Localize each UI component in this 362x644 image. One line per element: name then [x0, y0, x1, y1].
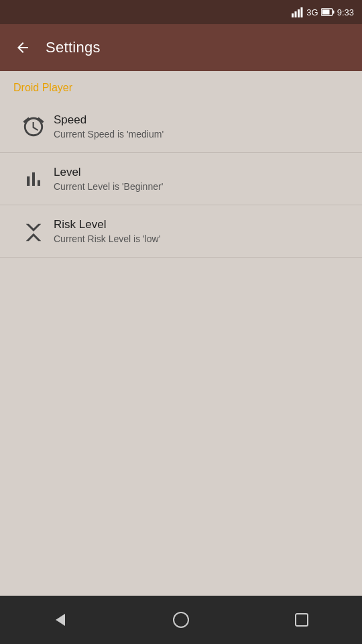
nav-home-button[interactable]: [161, 600, 201, 640]
svg-marker-7: [56, 614, 65, 626]
risk-level-value: Current Risk Level is 'low': [54, 233, 349, 244]
svg-rect-9: [296, 614, 308, 626]
level-text: Level Current Level is 'Beginner': [54, 166, 349, 192]
settings-item-level[interactable]: Level Current Level is 'Beginner': [0, 153, 362, 205]
svg-rect-1: [295, 11, 297, 17]
speed-label: Speed: [54, 113, 349, 127]
nav-back-icon: [52, 611, 69, 629]
risk-level-text: Risk Level Current Risk Level is 'low': [54, 218, 349, 244]
nav-bar: [0, 596, 362, 644]
svg-rect-5: [322, 10, 329, 15]
nav-home-icon: [172, 611, 190, 629]
nav-recent-icon: [294, 612, 309, 627]
svg-rect-2: [298, 9, 300, 17]
status-icons: 3G 9:33: [292, 7, 354, 17]
signal-icon: [292, 7, 304, 17]
settings-item-risk-level[interactable]: Risk Level Current Risk Level is 'low': [0, 205, 362, 258]
level-value: Current Level is 'Beginner': [54, 181, 349, 192]
settings-item-speed[interactable]: Speed Current Speed is 'medium': [0, 101, 362, 153]
settings-list: Speed Current Speed is 'medium' Level Cu…: [0, 101, 362, 258]
alarm-icon-container: [13, 115, 54, 138]
speed-value: Current Speed is 'medium': [54, 129, 349, 140]
section-header: Droid Player: [0, 71, 362, 101]
fork-icon: [22, 220, 45, 243]
bar-chart-icon-container: [13, 168, 54, 191]
svg-rect-3: [301, 7, 303, 17]
network-type: 3G: [306, 7, 318, 17]
nav-recent-button[interactable]: [282, 600, 322, 640]
content: Droid Player Speed Current Speed is 'med…: [0, 71, 362, 258]
back-button[interactable]: [11, 36, 35, 60]
risk-level-label: Risk Level: [54, 218, 349, 231]
app-bar-title: Settings: [46, 39, 101, 56]
section-title: Droid Player: [13, 82, 72, 93]
level-label: Level: [54, 166, 349, 179]
nav-back-button[interactable]: [40, 600, 80, 640]
battery-icon: [321, 7, 335, 17]
app-bar: Settings: [0, 24, 362, 71]
speed-text: Speed Current Speed is 'medium': [54, 113, 349, 140]
status-bar: 3G 9:33: [0, 0, 362, 24]
svg-point-8: [174, 612, 188, 627]
fork-icon-container: [13, 220, 54, 243]
bar-chart-icon: [22, 168, 45, 191]
svg-rect-6: [333, 11, 334, 14]
clock: 9:33: [337, 7, 354, 17]
alarm-icon: [22, 115, 45, 138]
svg-rect-0: [292, 13, 294, 17]
